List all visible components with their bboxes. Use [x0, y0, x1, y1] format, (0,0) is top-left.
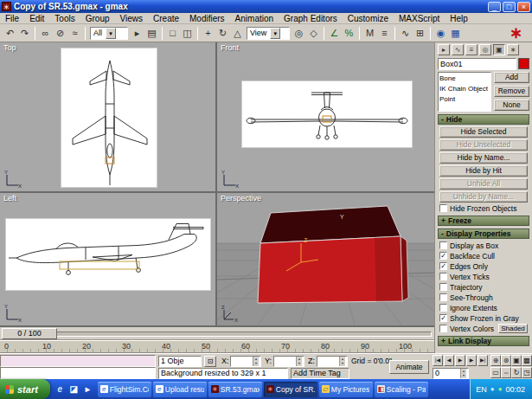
show-frozen-in-gray-checkbox[interactable]: ✓ — [439, 314, 447, 322]
tab-utilities-icon[interactable]: ∗ — [507, 44, 519, 55]
menu-tools[interactable]: Tools — [49, 13, 80, 24]
taskbar-task-sr53-gmax[interactable]: ∗ SR.53.gmax -... — [208, 382, 262, 397]
viewport-top[interactable]: Top Y X — [0, 42, 217, 193]
title-bar[interactable]: ∗ Copy of SR.53.gmax - gmax _ □ × — [0, 0, 532, 13]
selection-lock-icon[interactable]: ⊡ — [204, 356, 216, 367]
tray-status-icon[interactable]: ● — [498, 385, 503, 394]
rollout-freeze-header[interactable]: + Freeze — [438, 216, 529, 226]
play-button[interactable]: ▶ — [455, 355, 465, 366]
show-desktop-icon[interactable]: ◪ — [68, 383, 80, 395]
rollout-link-display-header[interactable]: + Link Display — [438, 336, 529, 346]
vertex-colors-checkbox[interactable] — [439, 325, 447, 332]
unlink-selection-icon[interactable]: ⊘ — [53, 26, 67, 41]
trajectory-checkbox[interactable] — [439, 283, 447, 291]
see-through-checkbox[interactable] — [439, 293, 447, 301]
bind-to-space-warp-icon[interactable]: ≈ — [67, 26, 82, 41]
undo-icon[interactable]: ↶ — [3, 26, 17, 41]
zoom-all-button[interactable]: ⊛ — [501, 355, 511, 366]
align-icon[interactable]: ≡ — [377, 26, 392, 41]
menu-maxscript[interactable]: MAXScript — [394, 13, 445, 24]
mirror-icon[interactable]: M — [362, 26, 377, 41]
time-slider-track[interactable] — [2, 331, 432, 337]
time-slider-handle[interactable]: 0 / 100 — [2, 328, 57, 339]
menu-views[interactable]: Views — [115, 13, 149, 24]
maximize-button[interactable]: □ — [503, 2, 516, 12]
redo-icon[interactable]: ↷ — [17, 26, 32, 41]
zoom-extents-button[interactable]: ▣ — [511, 355, 522, 366]
media-player-icon[interactable]: ▸ — [82, 383, 93, 395]
menu-help[interactable]: Help — [445, 13, 473, 24]
minimize-button[interactable]: _ — [488, 2, 501, 12]
category-item[interactable]: IK Chain Object — [439, 84, 490, 94]
select-and-manipulate-icon[interactable]: ◇ — [306, 26, 321, 41]
pan-button[interactable]: ⇔ — [501, 367, 511, 378]
select-and-move-icon[interactable]: + — [201, 26, 215, 41]
min-max-toggle-button[interactable]: ◳ — [522, 367, 532, 378]
spinner-icon[interactable]: ▴▾ — [460, 369, 466, 378]
y-coordinate-field[interactable]: ▴▾ — [273, 356, 304, 367]
rollout-display-properties-header[interactable]: - Display Properties — [438, 228, 529, 239]
tab-modify-icon[interactable]: ∿ — [452, 44, 464, 55]
taskbar-task-flightsim[interactable]: e FlightSim.Com ... — [98, 382, 151, 397]
selection-filter-select[interactable]: All ▾ — [90, 27, 128, 40]
taskbar-task-copy-of-sr53[interactable]: ∗ Copy of SR.5... — [264, 382, 317, 397]
taskbar-task-scaling-paint[interactable]: ◧ Scaling - Paint — [375, 382, 428, 397]
select-and-rotate-icon[interactable]: ↻ — [215, 26, 230, 41]
clock[interactable]: 00:02 — [505, 385, 525, 394]
close-button[interactable]: × — [517, 2, 530, 12]
spinner-icon[interactable]: ▴▾ — [339, 357, 345, 366]
language-indicator[interactable]: EN — [476, 385, 487, 394]
go-to-start-button[interactable]: |◀ — [433, 355, 443, 366]
menu-animation[interactable]: Animation — [230, 13, 279, 24]
track-bar[interactable]: 0 10 20 30 40 50 60 70 80 90 100 — [0, 340, 434, 353]
edges-only-checkbox[interactable]: ✓ — [439, 262, 447, 270]
maxscript-mini-listener-macro[interactable] — [0, 355, 156, 367]
object-color-swatch[interactable] — [518, 58, 529, 69]
select-and-scale-icon[interactable]: △ — [230, 26, 245, 41]
tab-create-icon[interactable]: ▸ — [438, 44, 450, 55]
category-item[interactable]: Bone — [439, 74, 490, 84]
angle-snap-toggle-icon[interactable]: ∠ — [327, 26, 342, 41]
tab-hierarchy-icon[interactable]: ≡ — [465, 44, 478, 55]
use-pivot-point-center-icon[interactable]: ◎ — [292, 26, 306, 41]
zoom-button[interactable]: ⊕ — [490, 355, 501, 366]
curve-editor-icon[interactable]: ∿ — [398, 26, 413, 41]
animate-button[interactable]: Animate — [389, 360, 429, 374]
tray-status-icon[interactable]: ● — [490, 385, 495, 394]
z-coordinate-field[interactable]: ▴▾ — [317, 356, 348, 367]
category-none-button[interactable]: None — [494, 100, 529, 111]
window-crossing-icon[interactable]: ◫ — [180, 26, 195, 41]
add-time-tag[interactable]: Add Time Tag — [291, 368, 349, 379]
schematic-view-icon[interactable]: ⊞ — [413, 26, 427, 41]
shaded-button[interactable]: Shaded — [498, 324, 528, 333]
object-name-field[interactable]: Box01 — [438, 58, 516, 70]
go-to-end-button[interactable]: ▶| — [478, 355, 488, 366]
rectangular-selection-region-icon[interactable]: □ — [165, 26, 180, 41]
taskbar-task-upload-results[interactable]: e Upload results... — [153, 382, 207, 397]
select-object-icon[interactable]: ▸ — [130, 26, 144, 41]
tab-display-icon[interactable]: ▣ — [493, 44, 505, 55]
next-frame-button[interactable]: ▶ — [466, 355, 477, 366]
menu-modifiers[interactable]: Modifiers — [184, 13, 230, 24]
menu-file[interactable]: File — [0, 13, 24, 24]
tab-motion-icon[interactable]: ◎ — [479, 44, 491, 55]
previous-frame-button[interactable]: ◀ — [444, 355, 454, 366]
backface-cull-checkbox[interactable]: ✓ — [439, 252, 447, 260]
viewport-perspective[interactable]: Perspective Z Y Z X — [217, 193, 434, 327]
select-by-name-icon[interactable]: ▤ — [144, 26, 159, 41]
viewport-front[interactable]: Front Y X — [217, 42, 434, 193]
hide-selected-button[interactable]: Hide Selected — [439, 126, 528, 138]
zoom-extents-all-button[interactable]: ▩ — [522, 355, 532, 366]
category-item[interactable]: Point — [439, 94, 490, 105]
x-coordinate-field[interactable]: ▴▾ — [230, 356, 261, 367]
hide-by-category-list[interactable]: Bone IK Chain Object Point — [438, 72, 491, 112]
ignore-extents-checkbox[interactable] — [439, 304, 447, 312]
rollout-hide-header[interactable]: - Hide — [438, 114, 529, 125]
maxscript-mini-listener[interactable] — [0, 367, 156, 379]
viewport-left[interactable]: Left Y X — [0, 193, 217, 327]
time-slider[interactable]: 0 / 100 — [0, 327, 434, 340]
arc-rotate-button[interactable]: ↻ — [511, 367, 522, 378]
display-as-box-checkbox[interactable] — [439, 241, 447, 249]
current-time-field[interactable]: 0▴▾ — [433, 368, 469, 379]
category-add-button[interactable]: Add — [494, 72, 529, 83]
